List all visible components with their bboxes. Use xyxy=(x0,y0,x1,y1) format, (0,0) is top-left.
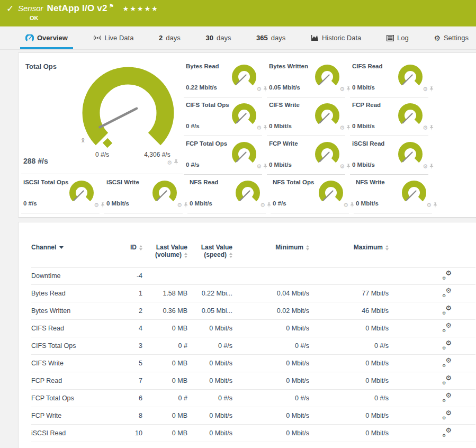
channel-id: 10 xyxy=(119,425,142,442)
gauge-pin-icon[interactable] xyxy=(429,86,434,92)
minimum-value: 0 Mbit/s xyxy=(232,320,309,337)
edit-channel-gears-icon[interactable]: ⚙⚙ xyxy=(442,393,452,402)
edit-channel-gears-icon[interactable]: ⚙⚙ xyxy=(442,289,452,297)
column-header-last-value-speed[interactable]: Last Value(speed) xyxy=(187,222,232,267)
edit-channel-gears-icon[interactable]: ⚙⚙ xyxy=(442,376,452,384)
tab-log[interactable]: Log xyxy=(387,26,409,49)
column-header-channel[interactable]: Channel xyxy=(31,222,119,267)
gauge-settings-gear-icon[interactable]: ⚙ xyxy=(426,202,432,208)
channel-id: 5 xyxy=(119,355,142,372)
gauge-settings-gear-icon[interactable]: ⚙ xyxy=(260,202,265,208)
cell-divider xyxy=(21,213,100,213)
column-header-minimum[interactable]: Minimum xyxy=(232,222,309,267)
gauge-needle xyxy=(100,109,137,127)
channel-gauge-cell: FCP Read 0 Mbit/s ⚙ xyxy=(350,97,435,136)
gauge-title: FCP Read xyxy=(352,102,381,108)
last-value-speed: 0 Mbit/s xyxy=(187,320,232,337)
sort-icon xyxy=(184,253,187,258)
tab-days[interactable]: 365days xyxy=(256,26,285,49)
gauge-dial xyxy=(315,179,347,208)
maximum-value: 77 Mbit/s xyxy=(309,285,389,302)
last-value-speed: 0 #/s xyxy=(187,337,232,355)
last-value-volume: 0 MB xyxy=(142,425,187,442)
table-row: FCP Write 8 0 MB 0 Mbit/s 0 Mbit/s 0 Mbi… xyxy=(31,407,475,425)
channel-id: 4 xyxy=(119,320,142,337)
edit-channel-gears-icon[interactable]: ⚙⚙ xyxy=(442,341,452,350)
column-header-last-value-volume[interactable]: Last Value(volume) xyxy=(142,222,187,267)
column-header-maximum[interactable]: Maximum xyxy=(309,222,389,267)
gauge-value: 0 #/s xyxy=(273,200,286,207)
gauge-dial xyxy=(149,179,181,208)
channel-gauge-cell: CIFS Read 0 Mbit/s ⚙ xyxy=(350,59,435,97)
priority-flag-icon[interactable]: ⚑ xyxy=(109,3,114,9)
gauge-settings-gear-icon[interactable]: ⚙ xyxy=(423,86,428,92)
prtg-sensor-page: ✓ SensorNetApp I/O v2⚑★★★★★ OK OverviewL… xyxy=(0,0,476,448)
channel-gauge-cell: iSCSI Read 0 Mbit/s ⚙ xyxy=(350,136,435,175)
gauge-pin-icon[interactable] xyxy=(429,125,434,131)
cell-divider xyxy=(271,213,349,213)
channel-name: Downtime xyxy=(31,267,119,285)
gauge-dial xyxy=(228,63,260,92)
channel-id: 7 xyxy=(119,372,142,390)
last-value-volume: 0 MB xyxy=(142,320,187,337)
channel-name: Bytes Read xyxy=(31,285,119,302)
gauge-title: CIFS Write xyxy=(269,102,300,108)
priority-stars[interactable]: ★★★★★ xyxy=(122,5,158,13)
gauge-settings-gear-icon[interactable]: ⚙ xyxy=(167,160,172,166)
gauge-settings-gear-icon[interactable]: ⚙ xyxy=(256,164,262,169)
channel-gauge-cell: FCP Write 0 Mbit/s ⚙ xyxy=(267,136,352,175)
gauge-settings-gear-icon[interactable]: ⚙ xyxy=(94,202,99,208)
gauge-settings-gear-icon[interactable]: ⚙ xyxy=(343,202,348,208)
channel-gauge-cell: FCP Total Ops 0 #/s ⚙ xyxy=(184,136,268,175)
channel-name: FCP Write xyxy=(31,407,119,425)
sort-icon xyxy=(306,245,309,250)
cell-divider xyxy=(187,213,266,213)
gauge-settings-gear-icon[interactable]: ⚙ xyxy=(177,202,182,208)
gauge-value: 0 Mbit/s xyxy=(352,162,375,168)
gauge-settings-gear-icon[interactable]: ⚙ xyxy=(423,164,428,169)
tab-settings[interactable]: ⚙Settings xyxy=(434,26,469,49)
edit-channel-gears-icon[interactable]: ⚙⚙ xyxy=(442,428,452,437)
main-gauge-total-ops: Total Ops x̄ 0 #/s 4,306 #/s 288 #/s ⚙ xyxy=(21,59,183,169)
minimum-value: 0 #/s xyxy=(232,337,309,355)
gauge-settings-gear-icon[interactable]: ⚙ xyxy=(339,125,345,131)
gauge-settings-gear-icon[interactable]: ⚙ xyxy=(339,164,345,169)
gauge-pin-icon[interactable] xyxy=(174,159,178,166)
gauge-dial xyxy=(398,179,430,208)
gauge-dial xyxy=(232,179,264,208)
gauge-value: 0 Mbit/s xyxy=(269,162,292,168)
table-row: Downtime -4 ⚙⚙ xyxy=(31,267,475,285)
edit-channel-gears-icon[interactable]: ⚙⚙ xyxy=(442,411,452,419)
gauge-average-marker xyxy=(103,138,112,148)
tab-days[interactable]: 2days xyxy=(159,26,181,49)
gauge-value: 0 Mbit/s xyxy=(190,200,212,207)
edit-channel-gears-icon[interactable]: ⚙⚙ xyxy=(442,324,452,332)
table-row: iSCSI Read 10 0 MB 0 Mbit/s 0 Mbit/s 0 M… xyxy=(31,425,475,442)
minimum-value: 0 Mbit/s xyxy=(232,372,309,390)
gauge-pin-icon[interactable] xyxy=(429,164,434,169)
channel-gauge-cell: iSCSI Write 0 Mbit/s ⚙ xyxy=(104,175,189,213)
column-header-id[interactable]: ID xyxy=(119,222,142,267)
gauges-panel: Total Ops x̄ 0 #/s 4,306 #/s 288 #/s ⚙ B… xyxy=(19,53,476,217)
channel-id: 6 xyxy=(119,390,142,407)
tab-historic-data[interactable]: Historic Data xyxy=(311,26,361,49)
last-value-speed: 0.05 Mbi... xyxy=(187,302,232,320)
channel-dropdown-icon[interactable] xyxy=(59,246,64,249)
tab-overview[interactable]: Overview xyxy=(25,26,68,49)
table-row: CIFS Read 4 0 MB 0 Mbit/s 0 Mbit/s 0 Mbi… xyxy=(31,320,475,337)
gauge-settings-gear-icon[interactable]: ⚙ xyxy=(339,86,345,92)
channel-gauge-cell: iSCSI Total Ops 0 #/s ⚙ xyxy=(21,175,106,213)
edit-channel-gears-icon[interactable]: ⚙⚙ xyxy=(442,271,452,280)
tab-live-data[interactable]: Live Data xyxy=(93,26,134,49)
channel-name: CIFS Write xyxy=(31,355,119,372)
edit-channel-gears-icon[interactable]: ⚙⚙ xyxy=(442,359,452,367)
gauge-pin-icon[interactable] xyxy=(433,202,437,208)
gear-icon: ⚙ xyxy=(434,34,441,42)
gauge-settings-gear-icon[interactable]: ⚙ xyxy=(423,125,428,131)
edit-channel-gears-icon[interactable]: ⚙⚙ xyxy=(442,306,452,315)
gauge-settings-gear-icon[interactable]: ⚙ xyxy=(256,86,262,92)
channel-id: 1 xyxy=(119,285,142,302)
tab-days[interactable]: 30days xyxy=(205,26,231,49)
maximum-value: 0 #/s xyxy=(309,390,389,407)
gauge-settings-gear-icon[interactable]: ⚙ xyxy=(256,125,262,131)
